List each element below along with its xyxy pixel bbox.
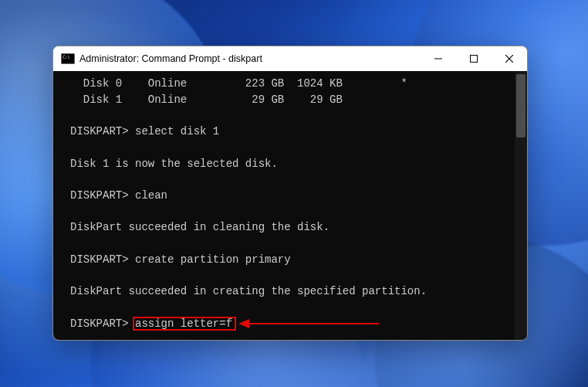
command-text: clean	[135, 189, 167, 202]
window-controls	[421, 46, 527, 71]
diskpart-prompt: DISKPART>	[70, 253, 135, 266]
diskpart-prompt: DISKPART>	[70, 189, 135, 202]
cmd-icon	[61, 52, 75, 66]
svg-rect-1	[471, 56, 478, 63]
scrollbar-vertical[interactable]	[515, 71, 527, 340]
maximize-button[interactable]	[456, 46, 492, 71]
scrollbar-thumb[interactable]	[516, 74, 525, 137]
diskpart-command: DISKPART> assign letter=f	[70, 316, 510, 332]
command-output: DiskPart succeeded in cleaning the disk.	[70, 219, 510, 236]
window-title: Administrator: Command Prompt - diskpart	[79, 53, 262, 64]
command-output: Disk 1 is now the selected disk.	[70, 156, 510, 172]
blank-line	[70, 171, 510, 188]
blank-line	[70, 140, 510, 156]
blank-line	[70, 107, 510, 124]
blank-line	[70, 332, 510, 341]
svg-rect-0	[434, 59, 442, 59]
diskpart-command: DISKPART> create partition primary	[70, 252, 510, 268]
titlebar[interactable]: Administrator: Command Prompt - diskpart	[53, 46, 527, 71]
blank-line	[70, 268, 510, 284]
diskpart-prompt: DISKPART>	[70, 317, 135, 330]
maximize-icon	[470, 55, 478, 63]
diskpart-command: DISKPART> clean	[70, 188, 510, 204]
command-prompt-window: Administrator: Command Prompt - diskpart	[52, 46, 528, 341]
command-text: select disk 1	[135, 125, 219, 137]
diskpart-command: DISKPART> select disk 1	[70, 124, 510, 140]
disk-table-row: Disk 1 Online 29 GB 29 GB	[70, 92, 510, 108]
disk-table-row: Disk 0 Online 223 GB 1024 KB *	[70, 76, 510, 92]
blank-line	[70, 300, 510, 316]
command-text: assign letter=f	[135, 317, 232, 330]
terminal-output[interactable]: Disk 0 Online 223 GB 1024 KB * Disk 1 On…	[53, 71, 515, 340]
minimize-button[interactable]	[421, 46, 456, 71]
blank-line	[70, 236, 510, 252]
command-text: create partition primary	[135, 253, 291, 266]
minimize-icon	[434, 55, 442, 63]
blank-line	[70, 204, 510, 220]
diskpart-prompt: DISKPART>	[70, 125, 135, 137]
close-button[interactable]	[492, 46, 527, 71]
command-output: DiskPart succeeded in creating the speci…	[70, 283, 510, 300]
terminal-area: Disk 0 Online 223 GB 1024 KB * Disk 1 On…	[53, 71, 527, 340]
close-icon	[505, 55, 513, 63]
